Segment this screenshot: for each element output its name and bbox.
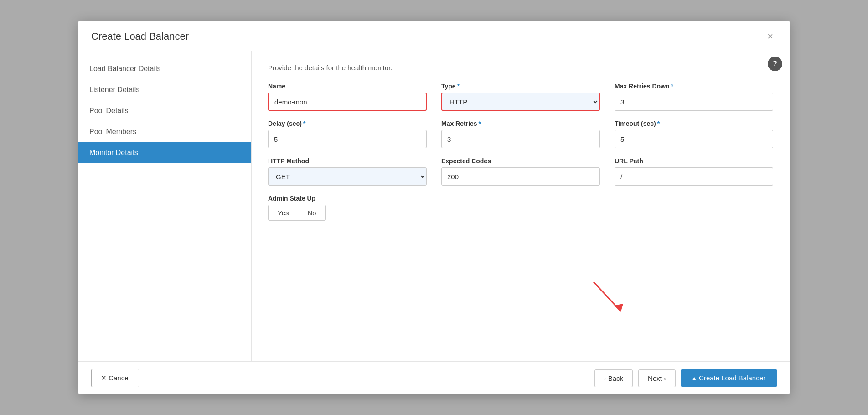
http-method-label: HTTP Method: [268, 157, 427, 165]
max-retries-down-group: Max Retries Down*: [615, 83, 773, 111]
max-retries-input[interactable]: [441, 130, 600, 148]
sidebar-item-monitor-details[interactable]: Monitor Details: [78, 142, 251, 163]
modal-title: Create Load Balancer: [91, 31, 189, 42]
modal-header: Create Load Balancer ×: [78, 21, 790, 51]
max-retries-label: Max Retries*: [441, 120, 600, 127]
name-label: Name: [268, 83, 427, 90]
expected-codes-input[interactable]: [441, 167, 600, 186]
next-button[interactable]: Next ›: [638, 369, 676, 387]
url-path-input[interactable]: [615, 167, 773, 186]
admin-state-toggle: Yes No: [268, 205, 326, 221]
footer-right: ‹ Back Next › ▴Create Load Balancer: [594, 369, 777, 387]
svg-line-0: [594, 282, 621, 311]
footer-left: ✕ Cancel: [91, 369, 140, 387]
http-method-select[interactable]: GET POST PUT DELETE HEAD: [268, 167, 427, 186]
admin-state-yes-button[interactable]: Yes: [269, 205, 298, 220]
arrow-annotation: [580, 277, 635, 320]
back-button[interactable]: ‹ Back: [594, 369, 633, 387]
timeout-label: Timeout (sec)*: [615, 120, 773, 127]
modal-overlay: Create Load Balancer × Load Balancer Det…: [0, 0, 868, 415]
admin-state-no-button[interactable]: No: [298, 205, 325, 220]
upload-icon: ▴: [692, 374, 696, 382]
form-grid: Name Type* HTTP HTTPS TCP PING TLS-HELLO: [268, 83, 773, 221]
http-method-group: HTTP Method GET POST PUT DELETE HEAD: [268, 157, 427, 186]
delay-star: *: [303, 120, 305, 127]
max-retries-down-label: Max Retries Down*: [615, 83, 773, 90]
url-path-group: URL Path: [615, 157, 773, 186]
sidebar-item-load-balancer-details[interactable]: Load Balancer Details: [78, 58, 251, 79]
close-button[interactable]: ×: [764, 30, 777, 43]
type-select[interactable]: HTTP HTTPS TCP PING TLS-HELLO: [441, 93, 600, 111]
sidebar: Load Balancer Details Listener Details P…: [78, 51, 252, 361]
modal-footer: ✕ Cancel ‹ Back Next › ▴Create Load Bala…: [78, 361, 790, 394]
expected-codes-label: Expected Codes: [441, 157, 600, 165]
max-retries-group: Max Retries*: [441, 120, 600, 148]
type-group: Type* HTTP HTTPS TCP PING TLS-HELLO: [441, 83, 600, 111]
help-button[interactable]: ?: [768, 57, 782, 71]
type-label: Type*: [441, 83, 600, 90]
max-retries-star: *: [479, 120, 481, 127]
admin-state-label: Admin State Up: [268, 195, 427, 202]
sidebar-item-pool-members[interactable]: Pool Members: [78, 121, 251, 142]
max-retries-down-input[interactable]: [615, 93, 773, 111]
type-required-star: *: [457, 83, 460, 90]
sidebar-item-pool-details[interactable]: Pool Details: [78, 100, 251, 121]
sidebar-item-listener-details[interactable]: Listener Details: [78, 79, 251, 100]
timeout-group: Timeout (sec)*: [615, 120, 773, 148]
modal-body: Load Balancer Details Listener Details P…: [78, 51, 790, 361]
delay-label: Delay (sec)*: [268, 120, 427, 127]
name-input[interactable]: [268, 93, 427, 111]
url-path-label: URL Path: [615, 157, 773, 165]
timeout-star: *: [657, 120, 660, 127]
modal-container: Create Load Balancer × Load Balancer Det…: [78, 21, 790, 394]
timeout-input[interactable]: [615, 130, 773, 148]
admin-state-group: Admin State Up Yes No: [268, 195, 427, 221]
form-description: Provide the details for the health monit…: [268, 64, 773, 72]
create-load-balancer-button[interactable]: ▴Create Load Balancer: [681, 369, 777, 387]
svg-marker-1: [614, 304, 623, 311]
max-retries-down-star: *: [671, 83, 673, 90]
expected-codes-group: Expected Codes: [441, 157, 600, 186]
delay-group: Delay (sec)*: [268, 120, 427, 148]
cancel-button[interactable]: ✕ Cancel: [91, 369, 140, 387]
name-group: Name: [268, 83, 427, 111]
delay-input[interactable]: [268, 130, 427, 148]
content-area: ? Provide the details for the health mon…: [252, 51, 790, 361]
